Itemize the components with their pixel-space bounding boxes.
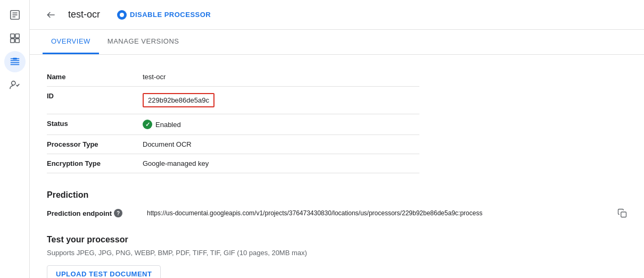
prediction-endpoint-url: https://us-documentai.googleapis.com/v1/… [147,209,613,217]
sidebar [0,0,30,278]
main-content: test-ocr DISABLE PROCESSOR OVERVIEW MANA… [30,0,644,278]
id-label: ID [47,87,143,114]
content-area: Name test-ocr ID 229b92be86de5a9c Status… [30,55,644,278]
processor-type-label: Processor Type [47,135,143,154]
copy-icon[interactable] [617,208,627,218]
svg-rect-4 [10,34,14,38]
page-title: test-ocr [68,9,100,20]
processor-status-icon [117,10,127,20]
enabled-check-icon [143,120,152,129]
sidebar-item-processors[interactable] [4,51,26,72]
topbar: test-ocr DISABLE PROCESSOR [30,0,644,30]
upload-test-document-button[interactable]: UPLOAD TEST DOCUMENT [47,265,161,278]
id-cell: 229b92be86de5a9c [143,87,419,114]
name-label: Name [47,68,143,87]
sidebar-item-document-list[interactable] [4,4,26,26]
back-button[interactable] [43,6,60,23]
name-value: test-ocr [143,68,419,87]
encryption-type-value: Google-managed key [143,154,419,173]
status-label: Status [47,114,143,135]
prediction-endpoint-label: Prediction endpoint ? [47,209,143,217]
tab-overview[interactable]: OVERVIEW [43,30,99,54]
prediction-endpoint-row: Prediction endpoint ? https://us-documen… [47,208,627,218]
test-section: Test your processor Supports JPEG, JPG, … [47,235,627,278]
svg-rect-6 [10,39,14,43]
status-enabled-indicator: Enabled [143,120,419,129]
sidebar-item-dashboard[interactable] [4,28,26,49]
status-value: Enabled [143,114,419,135]
tab-manage-versions[interactable]: MANAGE VERSIONS [99,30,188,54]
info-table: Name test-ocr ID 229b92be86de5a9c Status… [47,68,419,173]
encryption-type-label: Encryption Type [47,154,143,173]
prediction-section: Prediction Prediction endpoint ? https:/… [47,190,627,218]
svg-point-13 [11,81,15,85]
test-section-title: Test your processor [47,235,627,245]
svg-rect-5 [15,34,19,38]
processor-type-value: Document OCR [143,135,419,154]
help-icon[interactable]: ? [114,209,122,217]
disable-processor-button[interactable]: DISABLE PROCESSOR [117,10,211,20]
svg-rect-12 [13,58,16,60]
svg-rect-7 [15,39,19,43]
sidebar-item-users[interactable] [4,74,26,96]
test-subtitle: Supports JPEG, JPG, PNG, WEBP, BMP, PDF,… [47,249,627,257]
id-value: 229b92be86de5a9c [143,93,214,107]
svg-rect-14 [621,212,626,217]
tabs-bar: OVERVIEW MANAGE VERSIONS [30,30,644,55]
prediction-section-title: Prediction [47,190,627,200]
